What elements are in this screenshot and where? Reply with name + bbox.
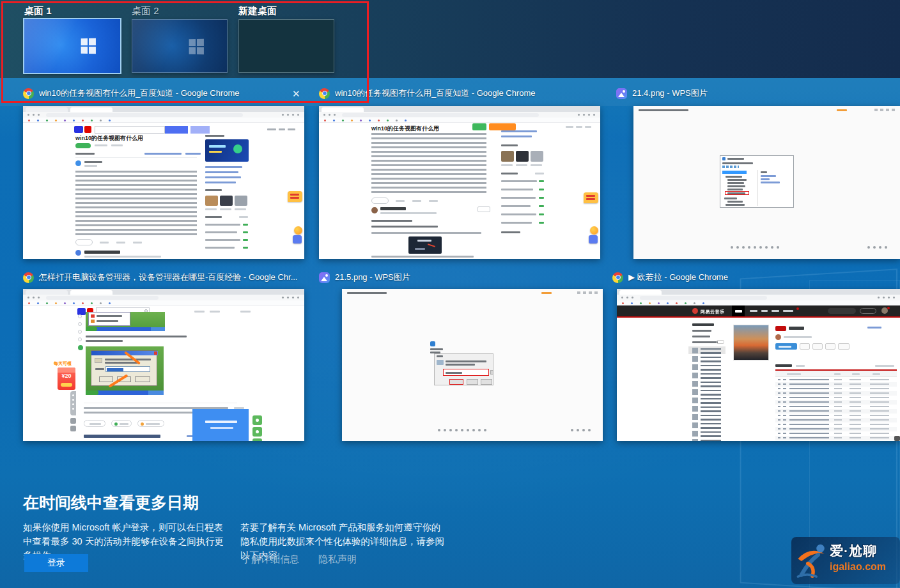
window-title-text: win10的任务视图有什么用_百度知道 - Google Chrome <box>39 88 240 99</box>
vote-pill <box>371 197 389 204</box>
vote-pill <box>75 239 93 245</box>
side-tab <box>70 426 76 431</box>
window-title-2[interactable]: win10的任务视图有什么用_百度知道 - Google Chrome <box>319 88 536 99</box>
wps-picture-icon <box>616 88 627 99</box>
light-beam <box>132 20 227 72</box>
netease-logo-text: 网易云音乐 <box>701 309 725 315</box>
helpful-button <box>111 420 132 427</box>
window-title-text: 21.4.png - WPS图片 <box>632 88 708 99</box>
window-title-6[interactable]: ▶ 欧若拉 - Google Chrome <box>612 272 728 283</box>
floating-button <box>293 235 302 244</box>
screenshot-run-dialog <box>429 341 493 387</box>
watermark-runner-icon <box>795 541 829 580</box>
window-thumbnail-wps-21-4[interactable] <box>633 106 900 259</box>
browser-toolbar <box>23 106 304 123</box>
window-thumbnail-netease-music[interactable]: 网易云音乐 <box>617 289 900 441</box>
floating-button <box>589 235 598 244</box>
viewer-toolbar <box>731 246 733 249</box>
desktop-1-thumbnail[interactable] <box>24 19 120 73</box>
netease-red-line <box>617 316 900 318</box>
desktop-2-thumbnail[interactable] <box>132 19 228 73</box>
window-thumbnail-baidu-zhidao-1[interactable]: win10的任务视图有什么用 <box>23 106 304 259</box>
window-thumbnail-baidu-zhidao-2[interactable]: win10的任务视图有什么用 <box>319 106 600 259</box>
orange-button <box>489 123 516 130</box>
floating-button <box>294 226 302 235</box>
ad-banner <box>192 409 249 441</box>
viewer-toolbar <box>438 429 440 431</box>
new-desktop-button[interactable] <box>238 19 334 73</box>
browser-toolbar <box>319 106 600 123</box>
browser-toolbar <box>23 289 304 306</box>
sign-in-button[interactable]: 登录 <box>24 554 88 572</box>
avatar <box>75 160 81 166</box>
task-view-screen: 桌面 1 桌面 2 新建桌面 win10的任务视图有什么用_百度知道 - Goo… <box>0 0 900 588</box>
viewer-toolbar-right <box>867 246 870 249</box>
window-title-3[interactable]: 21.4.png - WPS图片 <box>616 88 708 99</box>
window-thumbnail-baidu-jingyan[interactable]: 每天可领 ¥20 <box>23 289 304 441</box>
vote-button <box>84 420 105 427</box>
window-title-text: 怎样打开电脑设备管理器，设备管理器在哪里-百度经验 - Google Chr..… <box>39 272 297 283</box>
window-controls <box>594 291 598 294</box>
chrome-icon <box>23 88 34 99</box>
screenshot-device-manager <box>720 155 794 208</box>
desktop-1-label: 桌面 1 <box>24 5 52 17</box>
wps-picture-icon <box>319 272 330 283</box>
side-tab <box>70 391 76 415</box>
browser-toolbar <box>617 289 900 306</box>
light-beam <box>24 19 120 73</box>
share-button-green <box>252 415 262 425</box>
chrome-icon <box>319 88 330 99</box>
timeline-heading: 在时间线中查看更多日期 <box>23 492 199 513</box>
window-thumbnail-wps-21-5[interactable] <box>342 289 603 441</box>
screenshot-xp-run-dialog <box>86 346 164 395</box>
page-title: win10的任务视图有什么用 <box>371 125 439 133</box>
window-title-text: ▶ 欧若拉 - Google Chrome <box>628 272 728 283</box>
watermark-site: igaliao.com <box>830 561 886 573</box>
new-desktop-label: 新建桌面 <box>238 5 277 17</box>
window-title-5[interactable]: 21.5.png - WPS图片 <box>319 272 410 283</box>
share-button-green <box>252 438 262 441</box>
follow-button <box>477 206 490 212</box>
desktop-2-label: 桌面 2 <box>132 5 159 17</box>
chrome-icon <box>23 272 34 283</box>
highlighted-ok-button <box>449 379 463 385</box>
page-title: win10的任务视图有什么用 <box>75 134 143 143</box>
red-envelope: ¥20 <box>58 368 75 390</box>
play-button <box>775 343 797 350</box>
screenshot-xp-menu <box>86 312 165 331</box>
highlighted-input <box>443 369 489 376</box>
viewer-toolbar-right <box>571 429 573 431</box>
watermark-title: 爱·尬聊 <box>830 542 877 560</box>
window-title-4[interactable]: 怎样打开电脑设备管理器，设备管理器在哪里-百度经验 - Google Chr..… <box>23 272 297 283</box>
envelope-label: 每天可领 <box>54 360 72 367</box>
privacy-statement-link[interactable]: 隐私声明 <box>318 553 357 566</box>
windows-logo-icon <box>189 39 204 55</box>
learn-more-link[interactable]: 了解详细信息 <box>242 553 299 566</box>
tag-pill <box>75 143 91 148</box>
avatar <box>371 207 378 213</box>
chrome-icon <box>612 272 623 283</box>
album-cover <box>733 325 769 360</box>
netease-header: 网易云音乐 <box>617 306 900 316</box>
answer-paragraph <box>371 133 486 194</box>
window-controls <box>892 109 895 111</box>
share-button-green <box>252 427 262 437</box>
windows-logo-icon <box>81 38 96 54</box>
mini-player <box>894 436 900 441</box>
green-button <box>472 123 486 130</box>
close-window-button[interactable]: ✕ <box>292 89 300 98</box>
reward-button <box>137 420 164 427</box>
avatar <box>75 250 81 256</box>
coupon-badge <box>584 192 598 203</box>
answer-paragraph <box>75 171 197 236</box>
floating-button <box>590 226 598 235</box>
window-title-1[interactable]: win10的任务视图有什么用_百度知道 - Google Chrome <box>23 88 240 99</box>
screenshot-dark <box>408 236 442 254</box>
window-title-text: 21.5.png - WPS图片 <box>335 272 410 283</box>
window-title-text: win10的任务视图有什么用_百度知道 - Google Chrome <box>335 88 536 99</box>
coupon-badge <box>288 191 302 202</box>
side-tab <box>70 418 76 424</box>
